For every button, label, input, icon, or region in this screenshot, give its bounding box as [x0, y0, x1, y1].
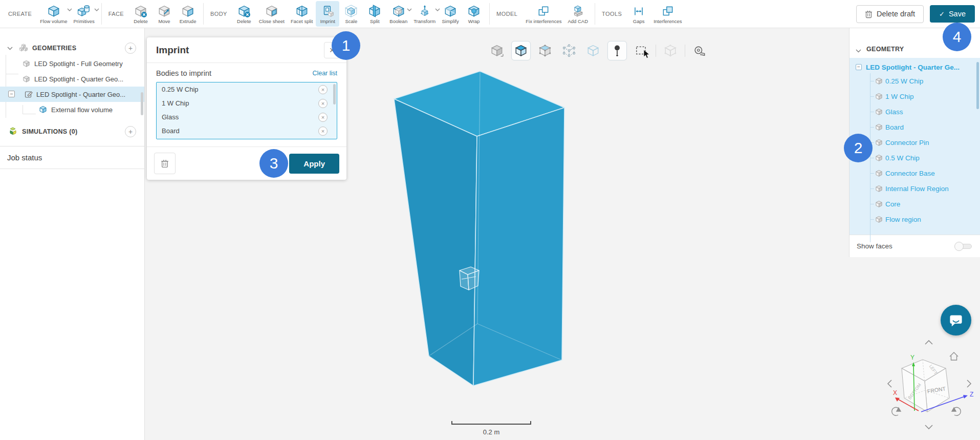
body-item[interactable]: Core: [850, 196, 980, 212]
annotation-badge-1: 1: [332, 31, 360, 60]
add-cad-button[interactable]: Add CAD: [564, 1, 591, 27]
structure-select-icon: [664, 44, 677, 57]
body-item[interactable]: Glass: [850, 104, 980, 119]
bodies-to-imprint-list[interactable]: 0.25 W Chip × 1 W Chip × Glass × Board ×: [156, 82, 337, 139]
geometry-item-quarter-2-selected[interactable]: − LED Spotlight - Quarter Geo...: [0, 87, 144, 102]
geometry-item-full[interactable]: LED Spotlight - Full Geometry: [0, 56, 144, 71]
remove-body-button[interactable]: ×: [318, 99, 328, 108]
measure-button[interactable]: [690, 41, 709, 60]
list-item[interactable]: 0.25 W Chip ×: [157, 82, 337, 96]
geometry-item-quarter-1[interactable]: LED Spotlight - Quarter Geo...: [0, 71, 144, 87]
split-button[interactable]: Split: [363, 1, 386, 27]
geometry-icon: [23, 75, 30, 83]
project-tree-sidebar: GEOMETRIES + LED Spotlight - Full Geomet…: [0, 28, 145, 440]
body-icon: [875, 108, 883, 116]
boolean-button[interactable]: Boolean: [386, 1, 410, 27]
remove-body-button[interactable]: ×: [318, 113, 328, 122]
chevron-down-icon: [94, 8, 99, 11]
simulations-header-label: SIMULATIONS (0): [22, 128, 77, 135]
job-status-section[interactable]: Job status: [0, 146, 144, 169]
geometry-root-item[interactable]: − LED Spotlight - Quarter Ge...: [850, 59, 980, 75]
toolbar-section-model: MODEL: [496, 11, 517, 17]
imprint-button[interactable]: Imprint: [316, 1, 339, 27]
wireframe-view-button[interactable]: [583, 41, 603, 60]
list-scrollbar[interactable]: [333, 84, 336, 104]
structure-select-button[interactable]: [661, 41, 680, 60]
remove-body-button[interactable]: ×: [318, 85, 328, 94]
show-faces-toggle[interactable]: [954, 241, 973, 252]
delete-operation-button[interactable]: [154, 153, 176, 174]
face-extrude-button[interactable]: Extrude: [176, 1, 200, 27]
external-flow-volume-item[interactable]: External flow volume: [0, 102, 144, 117]
shaded-view-button[interactable]: [511, 41, 531, 60]
body-name: 1 W Chip: [162, 99, 189, 107]
facet-split-button[interactable]: Facet split: [288, 1, 316, 27]
geometries-header-row[interactable]: GEOMETRIES +: [0, 40, 144, 56]
close-sheet-icon: [265, 4, 278, 18]
fix-interferences-button[interactable]: Fix interferences: [522, 1, 564, 27]
navigation-cube-widget[interactable]: FRONT BOTTOM LEFT X Y Z: [880, 334, 980, 436]
viewport-toolbar: [487, 41, 709, 60]
box-hidden-edges: [429, 71, 562, 360]
edit-icon: [25, 90, 33, 98]
body-item[interactable]: Connector Base: [850, 165, 980, 181]
remove-body-button[interactable]: ×: [318, 127, 328, 136]
face-delete-button[interactable]: Delete: [129, 1, 153, 27]
transform-icon: [418, 4, 431, 18]
list-item[interactable]: Glass ×: [157, 110, 337, 124]
show-faces-label: Show faces: [857, 242, 892, 250]
toolbar-group-tools: TOOLS Gaps Interferences: [599, 0, 685, 28]
body-item[interactable]: Internal Flow Region: [850, 181, 980, 196]
close-sheet-button[interactable]: Close sheet: [256, 1, 288, 27]
body-icon: [875, 170, 883, 177]
apply-button[interactable]: Apply: [289, 154, 339, 174]
bodies-to-imprint-label: Bodies to imprint: [156, 69, 211, 77]
toolbar-actions: Delete draft ✓ Save: [856, 5, 975, 23]
body-delete-button[interactable]: Delete: [232, 1, 256, 27]
body-label: Internal Flow Region: [885, 185, 949, 193]
probe-point-button[interactable]: [607, 41, 627, 60]
simplify-button[interactable]: Simplify: [439, 1, 462, 27]
nav-left-chevron: [888, 380, 891, 387]
clear-list-link[interactable]: Clear list: [312, 70, 337, 77]
body-icon: [875, 93, 883, 100]
add-geometry-button[interactable]: +: [125, 43, 136, 54]
simplify-icon: [444, 4, 457, 18]
toolbar-group-face: FACE Delete Move Extrude: [105, 0, 200, 28]
solid-view-button[interactable]: [487, 41, 507, 60]
gaps-button[interactable]: Gaps: [627, 1, 650, 27]
list-item[interactable]: Board ×: [157, 124, 337, 138]
interferences-button[interactable]: Interferences: [650, 1, 685, 27]
chat-support-button[interactable]: [941, 305, 971, 336]
toolbar-group-body: BODY Delete Close sheet Facet: [207, 0, 486, 28]
list-item[interactable]: 1 W Chip ×: [157, 96, 337, 110]
body-item[interactable]: 0.25 W Chip: [850, 73, 980, 89]
wrap-button[interactable]: Wrap: [462, 1, 486, 27]
collapse-expander[interactable]: −: [8, 91, 15, 97]
simulations-header-row[interactable]: SIMULATIONS (0) +: [0, 124, 144, 139]
save-button[interactable]: ✓ Save: [930, 5, 975, 23]
collapse-expander[interactable]: −: [856, 64, 862, 70]
face-move-button[interactable]: Move: [153, 1, 176, 27]
body-item[interactable]: Board: [850, 119, 980, 135]
scale-button[interactable]: Scale: [339, 1, 363, 27]
flow-volume-button[interactable]: Flow volume: [37, 1, 70, 27]
body-item[interactable]: Flow region: [850, 212, 980, 227]
vertex-select-button[interactable]: [559, 41, 579, 60]
sidebar-scrollbar[interactable]: [141, 92, 143, 115]
job-status-label: Job status: [7, 153, 42, 162]
body-item[interactable]: 1 W Chip: [850, 89, 980, 104]
gaps-icon: [632, 4, 645, 18]
face-select-button[interactable]: [535, 41, 555, 60]
face-delete-icon: [134, 4, 147, 18]
body-label: Core: [885, 200, 900, 208]
primitives-button[interactable]: Primitives: [71, 1, 98, 27]
add-simulation-button[interactable]: +: [125, 126, 136, 137]
body-name: Board: [162, 127, 180, 135]
tree-scrollbar[interactable]: [976, 62, 979, 109]
delete-draft-button[interactable]: Delete draft: [856, 5, 924, 23]
imprint-dialog-header: Imprint ×: [147, 37, 346, 63]
face-extrude-icon: [181, 4, 194, 18]
transform-button[interactable]: Transform: [410, 1, 439, 27]
nav-up-chevron: [925, 341, 932, 344]
